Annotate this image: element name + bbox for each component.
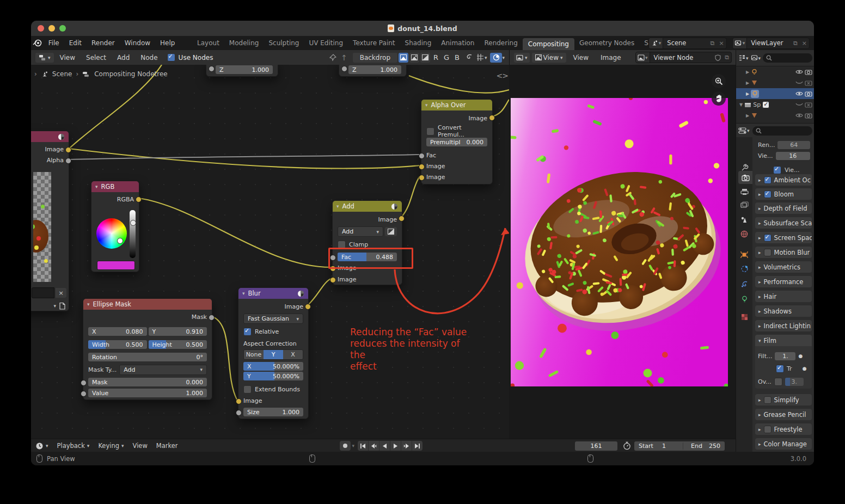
jump-to-start-button[interactable] — [358, 441, 369, 451]
value-slider[interactable] — [130, 210, 136, 258]
outliner-filter-button[interactable]: ▾ — [738, 54, 749, 62]
node-partial-z1[interactable]: Z1.000 — [206, 65, 278, 77]
chevron-down-icon[interactable]: ▾ — [352, 443, 354, 448]
panel-motion-blur[interactable]: ▸ Motion Blur — [755, 247, 812, 258]
tab-world[interactable] — [737, 228, 751, 241]
render-samples-field[interactable]: 64 — [777, 141, 810, 149]
image-menu-image[interactable]: Image — [596, 54, 626, 62]
mask-y-field[interactable]: Y0.910 — [149, 327, 207, 336]
use-nodes-checkbox[interactable] — [167, 53, 175, 62]
rgb-color-swatch[interactable] — [97, 261, 135, 270]
outliner-display-mode-button[interactable]: ▾ — [751, 54, 761, 62]
mask-mask-field[interactable]: Mask0.000 — [88, 378, 207, 386]
socket-blur-image-out[interactable] — [305, 304, 311, 310]
panel-film[interactable]: ▾ Film — [755, 335, 812, 346]
node-add-header[interactable]: ▾ Add — [333, 201, 402, 212]
eye-closed-icon[interactable] — [795, 80, 803, 85]
image-menu-view[interactable]: View — [568, 54, 593, 62]
workspace-tab-uv-editing[interactable]: UV Editing — [304, 38, 348, 48]
timeline-keying-menu[interactable]: Keying▾ — [94, 442, 128, 450]
film-overscan-checkbox[interactable] — [774, 378, 782, 386]
film-overscan-field[interactable]: 3. — [785, 378, 804, 386]
workspace-tab-shading[interactable]: Shading — [400, 38, 437, 48]
camera-icon[interactable] — [805, 69, 812, 75]
node-partial-z2[interactable]: Z1.000 — [339, 65, 407, 77]
expand-arrow-icon[interactable]: ▶ — [746, 81, 749, 85]
stopwatch-icon[interactable] — [623, 441, 631, 450]
add-blend-mode-dropdown[interactable]: Add▾ — [338, 226, 383, 237]
panel-subsurface-scattering[interactable]: ▸ Subsurface Sca — [755, 217, 812, 229]
menu-help[interactable]: Help — [155, 39, 180, 47]
fake-user-shield-icon[interactable] — [715, 54, 721, 61]
tab-output[interactable] — [737, 185, 751, 198]
collapse-chevron-icon[interactable]: ▾ — [336, 204, 339, 209]
play-reverse-button[interactable] — [379, 441, 390, 451]
camera-icon[interactable] — [805, 113, 812, 119]
mask-type-dropdown[interactable]: Add▾ — [119, 365, 207, 375]
properties-editor-type-button[interactable]: ▾ — [738, 127, 750, 134]
image-datablock-name[interactable]: Viewer Node — [650, 54, 715, 62]
node-blur[interactable]: ▾ Blur Image Fast Gaussian▾ Relative Asp… — [238, 287, 309, 419]
node-ellipse-mask-header[interactable]: ▾ Ellipse Mask — [83, 299, 212, 310]
scene-name[interactable]: Scene — [663, 39, 708, 47]
parent-node-tree-icon[interactable]: ↑ — [341, 53, 347, 62]
node-editor-canvas[interactable]: › Scene › Compositing Nodetree Z1.000 Z1… — [31, 65, 509, 439]
node-add[interactable]: ▾ Add Image Add▾ Clamp Fac0.488 Image — [332, 200, 402, 285]
socket-alpha-over-fac-in[interactable] — [419, 153, 425, 159]
panel-simplify[interactable]: ▸ Simplify — [755, 394, 812, 405]
channel-g-button[interactable]: G — [442, 53, 451, 62]
tab-object[interactable] — [737, 248, 751, 261]
timeline-editor-type-button[interactable]: ▾ — [31, 442, 53, 450]
blender-logo-icon[interactable] — [31, 39, 44, 47]
eye-icon[interactable] — [795, 113, 803, 118]
node-source-partial[interactable]: Image Alpha × ▾ — [31, 131, 69, 311]
properties-search-input[interactable] — [752, 126, 812, 136]
socket-alpha-over-image-out[interactable] — [489, 115, 495, 121]
timeline-view-menu[interactable]: View — [128, 442, 152, 450]
viewlayer-copy-icon[interactable]: ⧉ — [791, 40, 800, 47]
panel-depth-of-field[interactable]: ▸ Depth of Field — [755, 202, 812, 214]
socket-mask-out[interactable] — [209, 315, 215, 321]
start-frame[interactable]: Start1 — [639, 442, 666, 450]
z1-value[interactable]: 1.000 — [252, 66, 270, 73]
freestyle-checkbox[interactable] — [764, 426, 771, 433]
node-menu-view[interactable]: View — [55, 54, 80, 62]
blur-size-field[interactable]: Size1.000 — [243, 408, 303, 416]
socket-rgba-out[interactable] — [136, 196, 142, 202]
panel-screen-space-reflections[interactable]: ▸ Screen Spac — [755, 232, 812, 243]
use-nodes-toggle[interactable]: Use Nodes — [167, 53, 213, 62]
menu-file[interactable]: File — [44, 39, 64, 47]
blur-y-field[interactable]: Y50.000% — [243, 372, 303, 380]
viewport-denoise-checkbox[interactable] — [773, 166, 781, 174]
panel-hair[interactable]: ▸ Hair — [755, 291, 812, 302]
expand-arrow-icon[interactable]: ▶ — [746, 91, 749, 96]
socket-alpha-over-image1-in[interactable] — [419, 164, 425, 170]
zoom-in-button[interactable] — [712, 74, 726, 88]
menu-edit[interactable]: Edit — [64, 39, 87, 47]
add-image-option-button[interactable] — [385, 227, 397, 236]
collapse-chevron-icon[interactable]: ▾ — [87, 302, 90, 307]
socket-z2[interactable] — [341, 66, 347, 72]
node-rgb[interactable]: ▾ RGB RGBA — [91, 181, 139, 272]
ambient-occlusion-checkbox[interactable] — [764, 176, 771, 184]
collapse-chevron-icon[interactable]: ▾ — [95, 184, 98, 189]
panel-volumetrics[interactable]: ▸ Volumetrics — [755, 261, 812, 273]
snap-curve-icon[interactable] — [465, 53, 473, 62]
aspect-none-button[interactable]: None — [244, 350, 264, 359]
backdrop-channel-color-button[interactable] — [409, 53, 419, 63]
workspace-tab-geometry-nodes[interactable]: Geometry Nodes — [574, 38, 639, 48]
workspace-tab-sculpting[interactable]: Sculpting — [264, 38, 304, 48]
socket-z1[interactable] — [209, 66, 215, 72]
eye-icon[interactable] — [795, 69, 803, 75]
viewlayer-name[interactable]: ViewLayer — [747, 39, 791, 47]
socket-value-in[interactable] — [81, 391, 87, 397]
workspace-tab-modeling[interactable]: Modeling — [224, 38, 264, 48]
film-transparent-checkbox[interactable] — [776, 365, 784, 373]
file-new-icon[interactable] — [58, 302, 66, 310]
blur-extend-bounds-checkbox[interactable] — [243, 385, 252, 394]
color-wheel[interactable] — [96, 218, 127, 249]
node-ellipse-mask[interactable]: ▾ Ellipse Mask Mask X0.080 Y0.910 Width0… — [83, 298, 212, 400]
node-alpha-over[interactable]: ▾ Alpha Over Image Convert Premul... Pre… — [421, 99, 493, 185]
viewlayer-browse-button[interactable]: ▾ — [733, 38, 748, 48]
panel-bloom[interactable]: ▸ Bloom — [755, 188, 812, 200]
